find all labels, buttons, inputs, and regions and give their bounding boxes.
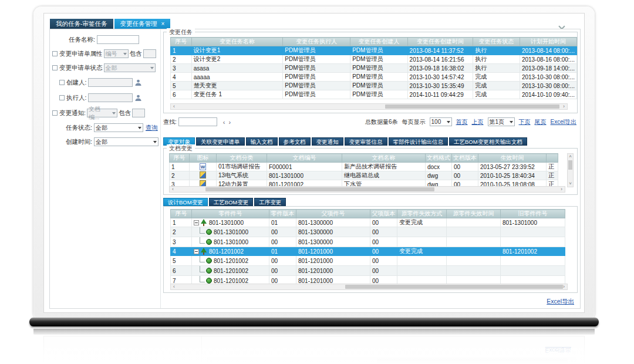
request-attr-checkbox[interactable] bbox=[52, 51, 58, 56]
column-header[interactable]: 序号 bbox=[170, 154, 190, 163]
bom-tab-1[interactable]: 设计BOM变更 bbox=[163, 198, 208, 206]
scroll-thumb[interactable] bbox=[205, 187, 434, 191]
column-header[interactable]: 图标 bbox=[190, 154, 217, 163]
column-header[interactable]: 文档分类 bbox=[217, 154, 267, 163]
table-row[interactable]: 1设计变更1PDM管理员PDM管理员2013-08-14 11:37:52执行2… bbox=[171, 46, 577, 55]
column-header[interactable]: 文档格式 bbox=[426, 154, 452, 163]
detail-tab-8[interactable]: 工艺BOM变更相关输出文档 bbox=[449, 137, 527, 146]
tab-change-task-management[interactable]: 变更任务管理× bbox=[114, 19, 171, 29]
user-picker-icon[interactable] bbox=[134, 94, 142, 102]
table-row[interactable]: 3801-130100000801-130000000 bbox=[171, 237, 565, 247]
tab-my-tasks[interactable]: 我的任务-审签任务 bbox=[50, 19, 113, 29]
column-header[interactable]: 文档名称 bbox=[342, 154, 426, 163]
page-dropdown[interactable]: 第1页 bbox=[488, 117, 515, 126]
scroll-right-icon[interactable]: › bbox=[561, 284, 567, 289]
column-header[interactable] bbox=[547, 154, 558, 163]
scroll-right-icon[interactable]: › bbox=[561, 104, 567, 109]
scroll-thumb[interactable] bbox=[385, 105, 559, 109]
detail-tab-6[interactable]: 变更审签信息 bbox=[345, 137, 387, 146]
task-name-input[interactable] bbox=[97, 35, 139, 44]
table-cell bbox=[501, 266, 565, 276]
column-header[interactable]: 文档编号 bbox=[267, 154, 342, 163]
doc-vscrollbar[interactable]: ˄ ˅ bbox=[567, 153, 574, 187]
part-number: 801-1201002 bbox=[209, 248, 244, 255]
column-header[interactable]: 文档版本 bbox=[452, 154, 478, 163]
notice-checkbox[interactable] bbox=[52, 110, 58, 116]
scroll-left-icon[interactable]: ‹ bbox=[171, 284, 177, 289]
detail-tab-2[interactable]: 关联变更申请单 bbox=[196, 137, 245, 146]
collapse-node-icon[interactable] bbox=[194, 249, 199, 254]
request-status-checkbox[interactable] bbox=[52, 65, 58, 70]
table-row[interactable]: 213电气系统801-1301000继电器箱总成dwg002010-10-25 … bbox=[170, 171, 558, 180]
column-header[interactable]: 父项版本 bbox=[370, 210, 397, 218]
notice-contains-input[interactable] bbox=[132, 109, 145, 117]
page-size-dropdown[interactable]: 100 bbox=[430, 117, 452, 126]
table-row[interactable]: 1W01市场调研报告F000001新产品技术调研报告docx002013-05-… bbox=[170, 163, 558, 171]
column-header[interactable]: 变更任务名称 bbox=[191, 38, 283, 46]
task-status-dropdown[interactable]: 全部 bbox=[94, 123, 143, 132]
scroll-thumb[interactable] bbox=[345, 285, 563, 289]
scroll-thumb[interactable] bbox=[568, 160, 572, 170]
notice-dropdown[interactable]: 文档编... bbox=[87, 109, 117, 117]
column-header[interactable]: 变更任务创建时间 bbox=[407, 38, 473, 46]
excel-export-bottom-link[interactable]: Excel导出 bbox=[547, 298, 574, 306]
executor-input[interactable] bbox=[88, 93, 133, 102]
scroll-down-icon[interactable]: ˅ bbox=[568, 181, 573, 187]
table-row[interactable]: 3asasaPDM管理员PDM管理员2013-09-18 16:38:02执行2… bbox=[171, 64, 577, 73]
column-header[interactable]: 序号 bbox=[171, 38, 192, 46]
find-input[interactable] bbox=[178, 117, 217, 126]
table-row[interactable]: 6变更任务 1PDM管理员PDM管理员2014-10-11 09:44:29完成… bbox=[171, 90, 577, 99]
column-header[interactable]: 原零件失效时间 bbox=[447, 210, 501, 218]
excel-export-link[interactable]: Excel导出 bbox=[551, 118, 576, 126]
bom-tab-3[interactable]: 工序变更 bbox=[254, 198, 286, 206]
scroll-up-icon[interactable]: ˄ bbox=[568, 154, 573, 160]
find-next-icon[interactable]: › bbox=[228, 119, 231, 126]
table-row[interactable]: 4aaaaaPDM管理员PDM管理员2013-10-30 14:57:42完成2… bbox=[171, 73, 577, 82]
table-row[interactable]: 4801-120100201801-120100000变更完成801-12010… bbox=[171, 247, 565, 256]
request-attr-contains-input[interactable] bbox=[143, 49, 156, 58]
query-link[interactable]: 查询 bbox=[146, 124, 158, 132]
detail-tab-7[interactable]: 零部件设计输出信息 bbox=[389, 137, 448, 146]
prev-page-link[interactable]: 上页 bbox=[472, 118, 484, 126]
column-header[interactable]: 变更任务状态 bbox=[473, 38, 520, 46]
creator-input[interactable] bbox=[88, 78, 133, 87]
table-row[interactable]: 5801-120100200801-120100000 bbox=[171, 256, 565, 266]
detail-tab-5[interactable]: 变更通知 bbox=[312, 137, 343, 146]
column-header[interactable]: 计划开始时间 bbox=[520, 38, 576, 46]
column-header[interactable]: 旧零件件号 bbox=[501, 210, 565, 218]
change-task-hscrollbar[interactable]: ‹ › bbox=[170, 103, 568, 110]
bom-hscrollbar[interactable]: ‹ › bbox=[170, 284, 568, 290]
executor-checkbox[interactable] bbox=[59, 95, 65, 100]
column-header[interactable]: 原零件失效方式 bbox=[397, 210, 447, 218]
user-picker-icon[interactable] bbox=[134, 79, 142, 86]
creator-checkbox[interactable] bbox=[59, 80, 65, 85]
next-page-link[interactable]: 下页 bbox=[519, 118, 531, 126]
last-page-link[interactable]: 尾页 bbox=[535, 118, 547, 126]
first-page-link[interactable]: 首页 bbox=[456, 118, 468, 126]
detail-tab-4[interactable]: 参考文档 bbox=[279, 137, 311, 146]
column-header[interactable]: 变更任务执行人 bbox=[283, 38, 350, 46]
table-row[interactable]: 2设计变更2PDM管理员PDM管理员2013-08-14 16:21:56执行2… bbox=[171, 55, 577, 64]
scroll-right-icon[interactable]: › bbox=[558, 187, 565, 192]
table-row[interactable]: 6801-120100200801-120100000 bbox=[171, 266, 565, 276]
column-header[interactable]: 父项件号 bbox=[296, 210, 370, 218]
column-header[interactable]: 生效时间 bbox=[478, 154, 547, 163]
table-row[interactable]: 2801-130100000801-130000000 bbox=[171, 227, 565, 237]
request-status-dropdown[interactable]: 全部 bbox=[104, 63, 156, 72]
scroll-left-icon[interactable]: ‹ bbox=[171, 104, 177, 109]
column-header[interactable]: 零件件号 bbox=[192, 210, 269, 218]
column-header[interactable]: 序号 bbox=[171, 210, 192, 218]
bom-tab-2[interactable]: 工艺BOM变更 bbox=[209, 198, 254, 206]
scroll-left-icon[interactable]: ‹ bbox=[170, 187, 176, 192]
request-attr-dropdown[interactable]: 编号 bbox=[104, 49, 129, 58]
column-header[interactable]: 变更任务创建人 bbox=[350, 38, 407, 46]
column-header[interactable]: 零件版本 bbox=[269, 210, 296, 218]
collapse-node-icon[interactable] bbox=[194, 220, 199, 225]
detail-tab-3[interactable]: 输入文档 bbox=[246, 137, 278, 146]
close-tab-icon[interactable]: × bbox=[161, 21, 165, 27]
find-prev-icon[interactable]: ‹ bbox=[223, 119, 225, 126]
table-row[interactable]: 1801-130100001801-130000000变更完成801-13010… bbox=[171, 218, 565, 227]
doc-hscrollbar[interactable]: ‹ › bbox=[169, 186, 565, 193]
table-row[interactable]: 5楚天变更PDM管理员PDM管理员2013-10-30 15:35:49完成20… bbox=[171, 82, 577, 90]
create-time-dropdown[interactable]: 全部 bbox=[94, 137, 158, 146]
